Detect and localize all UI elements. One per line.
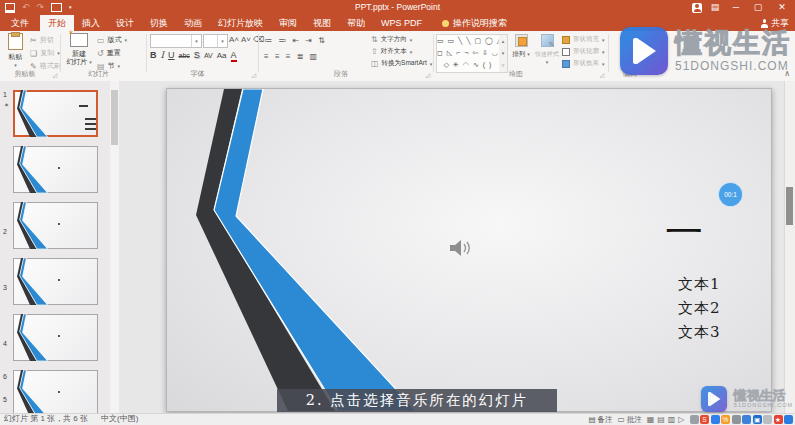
panel-scrollbar[interactable] [110,81,119,414]
tray-icon[interactable] [742,415,751,424]
layout-button[interactable]: ▭ 版式▾ [97,35,127,45]
tab-review[interactable]: 审阅 [271,15,305,31]
tab-file[interactable]: 文件 [0,15,40,31]
window-title: PPT.pptx - PowerPoint [0,0,795,15]
tray-icon[interactable] [763,415,772,424]
tab-wps-pdf[interactable]: WPS PDF [373,15,430,31]
shrink-font-icon[interactable]: A˅ [241,35,251,44]
main-scrollbar-thumb[interactable] [786,187,793,225]
current-slide[interactable]: 一 文本1 文本2 文本3 00:1 [166,88,772,412]
group-paragraph: ≔ ≕ ⇤ ⇥ ⇅ ≡ ≡ ≡ ≣ ▥ ⇅ 文字方向▾ ⇧ 对齐文本▾ ◫ 转换… [259,31,433,80]
paragraph-dialog-launcher-icon[interactable]: ◿ [425,71,430,78]
shape-effects-button[interactable]: 形状效果▾ [562,59,605,68]
shapes-gallery[interactable]: ▭ ▭ ╲ ╲ ▢ ◯ △ ◻ ◺ ⌐ ¬ ⇦ ⇩ ◡ ◇ ✳ ◠ ∿ ( ) [436,34,500,73]
shape-outline-button[interactable]: 形状轮廓▾ [562,47,605,56]
animation-star-icon: ✶ [4,101,9,108]
clipboard-dialog-launcher-icon[interactable]: ◿ [52,71,57,78]
strikethrough-button[interactable]: abc [179,52,190,59]
reset-button[interactable]: ↺ 重置 [97,48,121,58]
notes-button[interactable]: ▤ 备注 [588,415,612,425]
slide-thumbnail-2[interactable] [13,146,98,193]
paragraph-row2-icons[interactable]: ≡ ≡ ≡ ≣ ▥ [264,52,319,61]
tray-icon[interactable]: ▣ [753,415,762,424]
slide-text-line[interactable]: 文本3 [678,323,721,342]
tray-icon[interactable]: ★ [774,415,783,424]
bold-button[interactable]: B [150,50,157,60]
new-slide-button[interactable]: 新建 幻灯片 ▾ [64,33,94,67]
text-shadow-button[interactable]: S [194,50,200,60]
quick-styles-button[interactable]: 快速样式 ▾ [534,34,560,67]
tab-insert[interactable]: 插入 [74,15,108,31]
video-subtitle: 2. 点击选择音乐所在的幻灯片 [277,389,557,412]
tray-icon[interactable]: S [700,415,709,424]
slide-sorter-view-icon[interactable]: ▤ [657,415,665,424]
tray-icon[interactable]: % [721,415,730,424]
share-button[interactable]: 共享 [760,17,789,30]
maximize-button[interactable]: ▢ [747,0,769,15]
close-button[interactable]: ✕ [769,0,795,15]
tray-icon[interactable] [784,415,793,424]
shape-fill-button[interactable]: 形状填充▾ [562,35,605,44]
ribbon-display-options-button[interactable]: ▤ [705,0,725,15]
tab-help[interactable]: 帮助 [339,15,373,31]
change-case-button[interactable]: Aa [217,51,227,60]
slide-number: 1 [3,91,7,98]
powerpoint-window: ↶ ↷ ▾ PPT.pptx - PowerPoint ▤ ─ ▢ ✕ 文件 开… [0,0,795,425]
shapes-gallery-scrollbar[interactable]: ▴ ▾ ▿ [499,34,508,73]
tray-icon[interactable] [711,415,720,424]
paste-icon [8,33,23,50]
paste-button[interactable]: 粘贴▾ [2,33,29,70]
ribbon-tab-row: 文件 开始 插入 设计 切换 动画 幻灯片放映 审阅 视图 帮助 WPS PDF… [0,15,795,31]
slide-number: 6 [3,373,7,380]
reading-view-icon[interactable]: ▥ [668,415,676,424]
tell-me-search[interactable]: 操作说明搜索 [442,15,507,31]
paragraph-row1-icons[interactable]: ≔ ≕ ⇤ ⇥ ⇅ [264,36,327,45]
group-slides: 新建 幻灯片 ▾ ▭ 版式▾ ↺ 重置 ▤ 节▾ 幻灯片 [61,31,146,80]
group-label-paragraph: 段落 [259,69,423,79]
tab-slideshow[interactable]: 幻灯片放映 [210,15,271,31]
slide-thumbnail-4[interactable] [13,258,98,305]
font-size-combo[interactable]: ▾ [203,34,228,48]
person-icon [760,19,768,28]
slide-text-line[interactable]: 文本1 [678,275,721,294]
convert-smartart-button[interactable]: ◫ 转换为SmartArt▾ [371,59,432,68]
tray-icon[interactable] [690,415,699,424]
grow-font-icon[interactable]: A˄ [229,35,239,44]
slide-thumbnail-5[interactable] [13,314,98,361]
slide-number: 2 [3,228,7,235]
copy-icon: ❏ [30,49,37,58]
slide-text-line[interactable]: 文本2 [678,299,721,318]
font-dialog-launcher-icon[interactable]: ◿ [251,71,256,78]
account-avatar[interactable] [689,0,705,15]
collapse-ribbon-icon[interactable]: ∧ [784,69,790,78]
language-indicator[interactable]: 中文(中国) [101,414,138,424]
minimize-button[interactable]: ─ [725,0,747,15]
tray-icon[interactable] [732,415,741,424]
underline-button[interactable]: U [168,50,175,60]
new-slide-icon [70,33,88,47]
audio-speaker-icon[interactable] [448,237,474,263]
slide-thumbnail-1[interactable] [13,90,98,137]
slide-thumbnail-6[interactable] [13,370,98,414]
character-spacing-button[interactable]: AV [204,52,213,59]
font-name-combo[interactable]: ▾ [150,34,202,48]
copy-button[interactable]: ❏ 复制▾ [30,48,60,58]
group-label-slides: 幻灯片 [61,69,136,79]
tab-animations[interactable]: 动画 [176,15,210,31]
arrange-button[interactable]: 排列 ▾ [510,34,532,58]
slideshow-view-icon[interactable]: ▷ [678,415,684,424]
tab-view[interactable]: 视图 [305,15,339,31]
tab-transitions[interactable]: 切换 [142,15,176,31]
align-text-button[interactable]: ⇧ 对齐文本▾ [371,47,412,56]
text-direction-button[interactable]: ⇅ 文字方向▾ [371,35,412,44]
italic-button[interactable]: I [161,50,165,60]
reset-icon: ↺ [97,49,104,58]
drawing-dialog-launcher-icon[interactable]: ◿ [599,71,604,78]
normal-view-icon[interactable]: ▦ [647,415,655,424]
font-color-button[interactable]: A [231,51,237,62]
comments-button[interactable]: ▭ 批注 [618,415,642,425]
slide-thumbnail-3[interactable] [13,202,98,249]
main-scrollbar[interactable] [784,81,795,414]
cut-button[interactable]: ✂ 剪切 [30,35,54,45]
tab-design[interactable]: 设计 [108,15,142,31]
